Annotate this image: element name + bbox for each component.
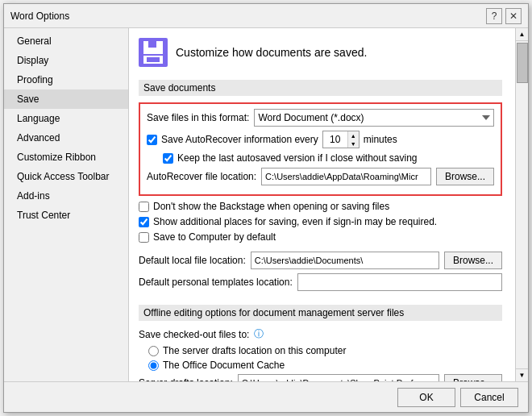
sidebar-item-proofing[interactable]: Proofing [4, 70, 128, 89]
radio2-input[interactable] [148, 360, 159, 371]
autorecover-checkbox[interactable] [147, 135, 157, 145]
content-area: Customize how documents are saved. Save … [129, 28, 515, 381]
autorecover-minutes-input[interactable] [323, 131, 347, 148]
keep-last-checkbox[interactable] [163, 153, 173, 164]
save-computer-label: Save to Computer by default [153, 231, 276, 243]
keep-last-label: Keep the last autosaved version if I clo… [177, 152, 418, 164]
spinner-down[interactable]: ▼ [347, 139, 359, 148]
browse1-button[interactable]: Browse... [436, 168, 494, 185]
header-text: Customize how documents are saved. [176, 46, 367, 59]
spinner-up[interactable]: ▲ [347, 131, 359, 139]
sidebar-item-general[interactable]: General [4, 31, 128, 51]
word-options-dialog: Word Options ? ✕ GeneralDisplayProofingS… [3, 3, 529, 413]
save-documents-section: Save documents Save files in this format… [129, 73, 515, 302]
sidebar-item-add-ins[interactable]: Add-ins [4, 186, 128, 206]
additional-places-checkbox[interactable] [139, 217, 149, 227]
autorecover-spinner: ▲ ▼ [322, 131, 360, 148]
sidebar-item-trust-center[interactable]: Trust Center [4, 206, 128, 225]
default-local-label: Default local file location: [139, 255, 246, 266]
browse2-button[interactable]: Browse... [444, 252, 502, 269]
dialog-title: Word Options [10, 10, 69, 22]
title-bar: Word Options ? ✕ [4, 4, 528, 28]
additional-places-row: Show additional places for saving, even … [139, 216, 502, 227]
radio1-label: The server drafts location on this compu… [163, 345, 346, 356]
dialog-body: GeneralDisplayProofingSaveLanguageAdvanc… [4, 28, 528, 381]
cancel-button[interactable]: Cancel [460, 388, 518, 407]
sidebar: GeneralDisplayProofingSaveLanguageAdvanc… [4, 28, 129, 381]
browse3-button[interactable]: Browse... [444, 374, 502, 381]
format-select[interactable]: Word Document (*.docx) Word 97-2003 Docu… [254, 109, 494, 127]
additional-places-label: Show additional places for saving, even … [153, 216, 437, 227]
sidebar-item-save[interactable]: Save [4, 89, 128, 109]
minutes-label: minutes [364, 134, 397, 145]
sidebar-item-language[interactable]: Language [4, 109, 128, 128]
default-templates-label: Default personal templates location: [139, 277, 293, 288]
spinner-buttons: ▲ ▼ [347, 131, 359, 148]
sidebar-item-quick-access-toolbar[interactable]: Quick Access Toolbar [4, 167, 128, 186]
close-button[interactable]: ✕ [505, 8, 522, 24]
sidebar-item-customize-ribbon[interactable]: Customize Ribbon [4, 148, 128, 167]
default-templates-row: Default personal templates location: [139, 273, 502, 291]
main-inner: Customize how documents are saved. Save … [129, 28, 528, 381]
dialog-footer: OK Cancel [4, 381, 528, 412]
title-bar-controls: ? ✕ [486, 8, 522, 24]
default-templates-input[interactable] [297, 273, 502, 291]
format-row: Save files in this format: Word Document… [147, 109, 494, 127]
radio1-row: The server drafts location on this compu… [148, 345, 502, 356]
save-computer-checkbox[interactable] [139, 232, 149, 243]
save-computer-row: Save to Computer by default [139, 231, 502, 243]
save-checked-row: Save checked-out files to: ⓘ [139, 327, 502, 341]
save-icon [139, 38, 168, 67]
backstage-label: Don't show the Backstage when opening or… [153, 201, 389, 212]
offline-title: Offline editing options for document man… [139, 305, 502, 321]
backstage-checkbox[interactable] [139, 202, 149, 212]
radio2-label: The Office Document Cache [163, 360, 285, 371]
format-label: Save files in this format: [147, 112, 249, 123]
ok-button[interactable]: OK [397, 388, 455, 407]
keep-last-row: Keep the last autosaved version if I clo… [163, 152, 494, 164]
help-button[interactable]: ? [486, 8, 502, 24]
content-header: Customize how documents are saved. [129, 28, 515, 73]
autorecover-location-label: AutoRecover file location: [147, 171, 256, 182]
svg-rect-4 [147, 57, 160, 62]
scroll-thumb[interactable] [517, 43, 528, 83]
scroll-up-arrow[interactable]: ▲ [516, 28, 529, 41]
default-local-input[interactable] [251, 252, 439, 269]
scrollbar: ▲ ▼ [515, 28, 528, 381]
backstage-row: Don't show the Backstage when opening or… [139, 201, 502, 212]
highlight-box: Save files in this format: Word Document… [139, 102, 502, 196]
server-drafts-input[interactable] [238, 374, 439, 381]
autorecover-location-row: AutoRecover file location: Browse... [147, 168, 494, 185]
autorecover-path-input[interactable] [261, 168, 431, 185]
scroll-track [517, 41, 528, 368]
radio1-input[interactable] [148, 346, 159, 356]
radio2-row: The Office Document Cache [148, 360, 502, 371]
save-documents-title: Save documents [139, 80, 502, 96]
default-local-row: Default local file location: Browse... [139, 252, 502, 269]
server-drafts-row: Server drafts location: Browse... [139, 374, 502, 381]
save-checked-label: Save checked-out files to: [139, 329, 249, 340]
sidebar-item-advanced[interactable]: Advanced [4, 128, 128, 148]
autorecover-label: Save AutoRecover information every [161, 134, 318, 145]
info-icon[interactable]: ⓘ [254, 327, 264, 341]
svg-rect-2 [148, 41, 156, 48]
scroll-down-arrow[interactable]: ▼ [516, 368, 529, 381]
autorecover-row: Save AutoRecover information every ▲ ▼ m… [147, 131, 494, 148]
sidebar-item-display[interactable]: Display [4, 51, 128, 70]
offline-section: Offline editing options for document man… [129, 302, 515, 381]
